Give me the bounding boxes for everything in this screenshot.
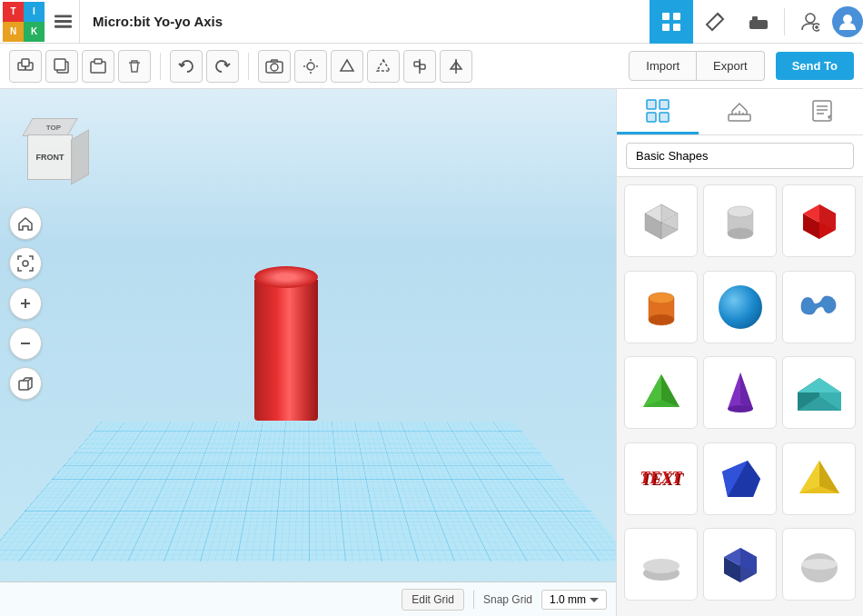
- snap-value-control[interactable]: 1.0 mm: [541, 590, 607, 610]
- cube-front-face: FRONT: [27, 134, 73, 180]
- left-controls: [9, 207, 42, 400]
- user-avatar[interactable]: [832, 6, 863, 37]
- shape-blue-prism[interactable]: [703, 442, 777, 515]
- svg-point-63: [728, 206, 753, 217]
- send-to-btn[interactable]: Send To: [776, 52, 854, 80]
- object-tools: [9, 50, 151, 83]
- mirror-btn[interactable]: [440, 50, 472, 83]
- shape-btn[interactable]: [331, 50, 363, 83]
- nav-icon-group: [650, 0, 863, 44]
- svg-marker-34: [451, 62, 456, 69]
- svg-rect-40: [19, 381, 28, 390]
- svg-point-64: [728, 228, 753, 239]
- svg-rect-43: [647, 113, 656, 122]
- svg-point-23: [307, 63, 314, 70]
- svg-marker-28: [341, 60, 353, 71]
- orientation-cube[interactable]: TOP FRONT: [18, 116, 100, 198]
- zoom-out-btn[interactable]: [9, 327, 42, 360]
- nav-tools-btn[interactable]: [693, 0, 737, 44]
- svg-point-72: [649, 293, 674, 303]
- tab-shapes[interactable]: [617, 89, 699, 134]
- cube-side-face: [71, 129, 89, 185]
- paste-btn[interactable]: [82, 50, 114, 83]
- snap-grid-label: Snap Grid: [483, 593, 532, 606]
- svg-rect-5: [662, 24, 670, 31]
- bottom-bar: Edit Grid Snap Grid 1.0 mm: [0, 581, 616, 616]
- snap-chevron-icon: [590, 596, 599, 603]
- home-btn[interactable]: [9, 207, 42, 240]
- shape-green-pyramid[interactable]: [624, 356, 698, 429]
- logo-cell-k: K: [24, 22, 45, 42]
- tinkercad-logo[interactable]: T I N K: [0, 0, 47, 44]
- shape-gray-box[interactable]: [624, 184, 698, 257]
- svg-point-73: [649, 314, 674, 325]
- import-btn[interactable]: Import: [629, 51, 697, 81]
- bottom-separator: [473, 591, 474, 609]
- cylinder-object[interactable]: [254, 266, 318, 421]
- svg-rect-31: [414, 62, 420, 66]
- svg-rect-16: [22, 59, 29, 66]
- nav-grid-btn[interactable]: [650, 0, 693, 44]
- viewport[interactable]: TOP FRONT: [0, 89, 616, 616]
- svg-point-99: [801, 559, 838, 570]
- fit-btn[interactable]: [9, 247, 42, 280]
- svg-rect-8: [752, 16, 758, 22]
- panel-header: Basic Shapes: [617, 135, 863, 177]
- svg-rect-4: [673, 13, 680, 20]
- shape-blue-sphere[interactable]: [703, 271, 777, 343]
- shape-text-3d[interactable]: TEXT: [624, 442, 698, 515]
- shape-red-box[interactable]: [782, 184, 856, 257]
- logo-cell-i: I: [24, 2, 45, 22]
- svg-point-9: [806, 14, 815, 23]
- edit-grid-btn[interactable]: Edit Grid: [402, 589, 464, 611]
- hole-btn[interactable]: [367, 50, 400, 83]
- copy-btn[interactable]: [45, 50, 78, 83]
- main-area: TOP FRONT: [0, 89, 863, 616]
- svg-marker-80: [740, 373, 753, 409]
- undo-btn[interactable]: [170, 50, 203, 83]
- zoom-in-btn[interactable]: [9, 287, 42, 320]
- panel-tabs: [617, 89, 863, 135]
- svg-rect-41: [647, 100, 656, 109]
- nav-profile-btn[interactable]: [789, 0, 832, 44]
- shapes-category-select[interactable]: Basic Shapes: [626, 143, 854, 169]
- separator-2: [248, 53, 249, 80]
- snap-value-text: 1.0 mm: [550, 593, 586, 606]
- svg-rect-45: [729, 114, 750, 121]
- group-btn[interactable]: [9, 50, 42, 83]
- svg-point-36: [23, 261, 28, 266]
- view-cube-btn[interactable]: [9, 367, 42, 400]
- divider: [784, 8, 785, 35]
- svg-rect-7: [749, 20, 768, 29]
- shape-teal-roof[interactable]: [782, 356, 856, 429]
- shape-scribble[interactable]: [782, 271, 856, 343]
- nav-blocks-btn[interactable]: [737, 0, 780, 44]
- camera-btn[interactable]: [258, 50, 291, 83]
- delete-btn[interactable]: [118, 50, 151, 83]
- svg-point-13: [843, 15, 852, 24]
- toolbar: Import Export Send To: [0, 44, 863, 89]
- svg-rect-32: [420, 65, 425, 69]
- project-title: Micro:bit Yo-yo Axis: [80, 14, 650, 29]
- shape-extra-2[interactable]: [703, 528, 777, 601]
- shape-purple-cone[interactable]: [703, 356, 777, 429]
- cylinder-top: [254, 266, 318, 288]
- tab-notes[interactable]: [781, 89, 863, 134]
- import-export-group: Import Export: [629, 51, 764, 81]
- redo-btn[interactable]: [206, 50, 239, 83]
- app-menu-icon[interactable]: [47, 0, 80, 44]
- shape-yellow-pyramid[interactable]: [782, 442, 856, 515]
- grid-plane: [0, 422, 616, 561]
- tab-measure[interactable]: [699, 89, 780, 134]
- svg-rect-2: [55, 25, 72, 27]
- export-btn[interactable]: Export: [697, 51, 765, 81]
- right-panel: Basic Shapes: [616, 89, 863, 616]
- shape-gray-cylinder[interactable]: [703, 184, 777, 257]
- shape-extra-1[interactable]: [624, 528, 698, 601]
- shape-orange-cylinder[interactable]: [624, 271, 698, 343]
- svg-rect-20: [94, 59, 102, 64]
- svg-point-93: [643, 559, 679, 573]
- align-btn[interactable]: [403, 50, 436, 83]
- light-btn[interactable]: [294, 50, 327, 83]
- shape-extra-3[interactable]: [782, 528, 856, 601]
